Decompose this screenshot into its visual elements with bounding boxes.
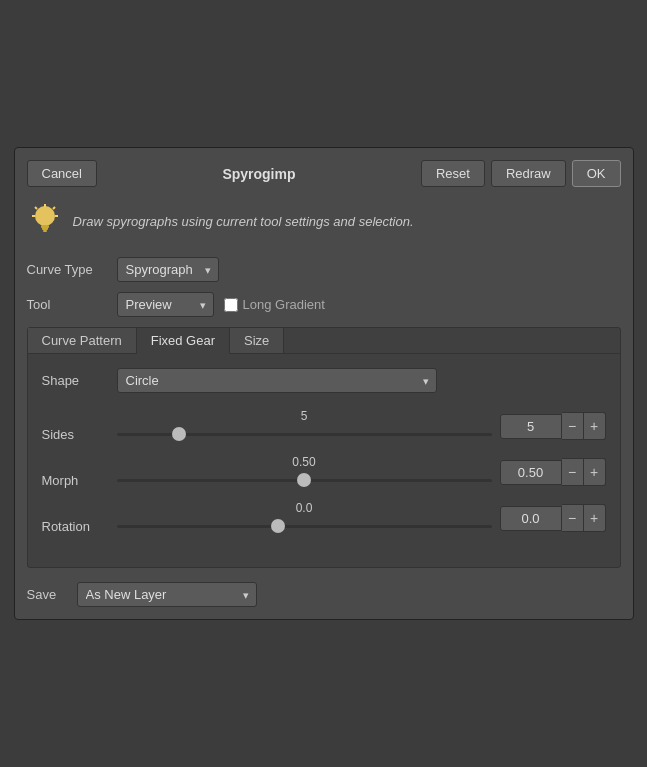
ok-button[interactable]: OK (572, 160, 621, 187)
sides-track-line (117, 433, 492, 436)
toolbar: Cancel Spyrogimp Reset Redraw OK (27, 160, 621, 187)
sides-stepper: − + (500, 412, 606, 440)
tab-size[interactable]: Size (230, 328, 284, 353)
rotation-input[interactable] (500, 506, 562, 531)
rotation-track-line (117, 525, 492, 528)
rotation-decrement[interactable]: − (562, 504, 584, 532)
svg-rect-3 (43, 230, 47, 232)
info-bar: Draw spyrographs using current tool sett… (27, 199, 621, 243)
rotation-increment[interactable]: + (584, 504, 606, 532)
morph-stepper: − + (500, 458, 606, 486)
curve-type-select-wrapper[interactable]: Spyrograph Epitrochoid Sine Curve Lissaj… (117, 257, 219, 282)
tab-panel: Curve Pattern Fixed Gear Size Shape Circ… (27, 327, 621, 568)
save-label: Save (27, 587, 67, 602)
toolbar-right: Reset Redraw OK (421, 160, 621, 187)
svg-line-5 (35, 207, 37, 209)
morph-label: Morph (42, 457, 117, 488)
svg-rect-2 (42, 227, 48, 230)
save-select-wrapper[interactable]: As New Layer New Layer Current Layer (77, 582, 257, 607)
tab-content: Shape Circle Rack Frame Triangle Polygon… (28, 354, 620, 567)
sides-row: Sides 5 − + (42, 409, 606, 443)
main-window: Cancel Spyrogimp Reset Redraw OK Draw sp… (14, 147, 634, 620)
tool-select-wrapper[interactable]: Preview Paintbrush Pencil Airbrush (117, 292, 214, 317)
tool-row: Tool Preview Paintbrush Pencil Airbrush … (27, 292, 621, 317)
rotation-thumb[interactable] (271, 519, 285, 533)
curve-type-label: Curve Type (27, 262, 107, 277)
shape-select-wrapper[interactable]: Circle Rack Frame Triangle Polygon Star (117, 368, 437, 393)
tool-select[interactable]: Preview Paintbrush Pencil Airbrush (117, 292, 214, 317)
redraw-button[interactable]: Redraw (491, 160, 566, 187)
rotation-label: Rotation (42, 503, 117, 534)
save-row: Save As New Layer New Layer Current Laye… (27, 582, 621, 607)
shape-label: Shape (42, 373, 107, 388)
sides-thumb[interactable] (172, 427, 186, 441)
long-gradient-checkbox[interactable] (224, 298, 238, 312)
tab-curve-pattern[interactable]: Curve Pattern (28, 328, 137, 353)
curve-type-select[interactable]: Spyrograph Epitrochoid Sine Curve Lissaj… (117, 257, 219, 282)
morph-decrement[interactable]: − (562, 458, 584, 486)
shape-select[interactable]: Circle Rack Frame Triangle Polygon Star (117, 368, 437, 393)
cancel-button[interactable]: Cancel (27, 160, 97, 187)
sides-decrement[interactable]: − (562, 412, 584, 440)
svg-line-6 (53, 207, 55, 209)
sides-slider[interactable] (117, 425, 492, 443)
morph-track-area: 0.50 (117, 455, 492, 489)
long-gradient-label[interactable]: Long Gradient (224, 297, 325, 312)
morph-value-label: 0.50 (292, 455, 315, 469)
tool-label: Tool (27, 297, 107, 312)
reset-button[interactable]: Reset (421, 160, 485, 187)
morph-thumb[interactable] (297, 473, 311, 487)
rotation-stepper: − + (500, 504, 606, 532)
svg-point-0 (35, 206, 55, 226)
rotation-track-area: 0.0 (117, 501, 492, 535)
morph-track-line (117, 479, 492, 482)
bulb-icon (27, 203, 63, 239)
sides-value-label: 5 (301, 409, 308, 423)
morph-increment[interactable]: + (584, 458, 606, 486)
tab-fixed-gear[interactable]: Fixed Gear (137, 328, 230, 354)
rotation-slider[interactable] (117, 517, 492, 535)
morph-row: Morph 0.50 − + (42, 455, 606, 489)
sides-label: Sides (42, 411, 117, 442)
info-description: Draw spyrographs using current tool sett… (73, 214, 414, 229)
sides-track-area: 5 (117, 409, 492, 443)
app-title: Spyrogimp (222, 166, 295, 182)
sides-increment[interactable]: + (584, 412, 606, 440)
rotation-value-label: 0.0 (296, 501, 313, 515)
save-select[interactable]: As New Layer New Layer Current Layer (77, 582, 257, 607)
sides-input[interactable] (500, 414, 562, 439)
morph-slider[interactable] (117, 471, 492, 489)
long-gradient-text: Long Gradient (243, 297, 325, 312)
morph-input[interactable] (500, 460, 562, 485)
rotation-row: Rotation 0.0 − + (42, 501, 606, 535)
tab-bar: Curve Pattern Fixed Gear Size (28, 328, 620, 354)
curve-type-row: Curve Type Spyrograph Epitrochoid Sine C… (27, 257, 621, 282)
shape-row: Shape Circle Rack Frame Triangle Polygon… (42, 368, 606, 393)
